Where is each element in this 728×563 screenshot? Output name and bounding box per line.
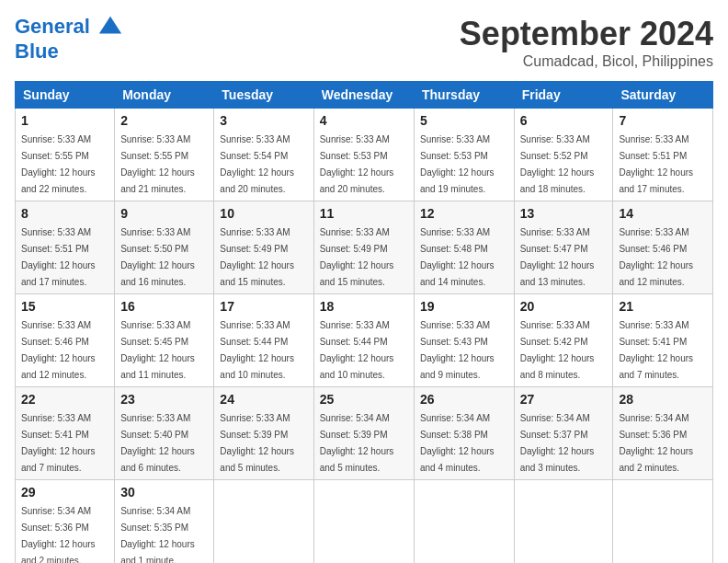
day-number: 24 <box>220 392 307 407</box>
day-detail: Sunrise: 5:33 AM Sunset: 5:43 PM Dayligh… <box>420 320 495 380</box>
day-number: 6 <box>520 113 608 128</box>
day-detail: Sunrise: 5:34 AM Sunset: 5:35 PM Dayligh… <box>120 506 195 563</box>
week-row-4: 22Sunrise: 5:33 AM Sunset: 5:41 PM Dayli… <box>16 387 713 480</box>
day-number: 22 <box>21 392 108 407</box>
calendar-cell: 18Sunrise: 5:33 AM Sunset: 5:44 PM Dayli… <box>313 294 414 387</box>
day-detail: Sunrise: 5:33 AM Sunset: 5:49 PM Dayligh… <box>220 227 294 287</box>
calendar-cell: 16Sunrise: 5:33 AM Sunset: 5:45 PM Dayli… <box>115 294 214 387</box>
day-detail: Sunrise: 5:33 AM Sunset: 5:53 PM Dayligh… <box>320 134 394 194</box>
day-number: 13 <box>520 206 608 221</box>
day-number: 19 <box>420 299 508 314</box>
logo: General Blue <box>15 15 123 63</box>
day-detail: Sunrise: 5:33 AM Sunset: 5:41 PM Dayligh… <box>21 413 96 473</box>
calendar-cell: 25Sunrise: 5:34 AM Sunset: 5:39 PM Dayli… <box>313 387 414 480</box>
day-detail: Sunrise: 5:33 AM Sunset: 5:48 PM Dayligh… <box>420 227 495 287</box>
calendar-cell <box>214 480 313 564</box>
week-row-1: 1Sunrise: 5:33 AM Sunset: 5:55 PM Daylig… <box>16 109 713 201</box>
day-detail: Sunrise: 5:33 AM Sunset: 5:41 PM Dayligh… <box>619 320 693 380</box>
day-number: 27 <box>520 392 608 407</box>
day-detail: Sunrise: 5:33 AM Sunset: 5:46 PM Dayligh… <box>21 320 96 380</box>
day-detail: Sunrise: 5:33 AM Sunset: 5:42 PM Dayligh… <box>520 320 595 380</box>
calendar-cell: 19Sunrise: 5:33 AM Sunset: 5:43 PM Dayli… <box>415 294 515 387</box>
calendar-cell: 10Sunrise: 5:33 AM Sunset: 5:49 PM Dayli… <box>214 201 313 294</box>
calendar-body: 1Sunrise: 5:33 AM Sunset: 5:55 PM Daylig… <box>16 109 713 564</box>
day-number: 28 <box>619 392 707 407</box>
day-detail: Sunrise: 5:33 AM Sunset: 5:50 PM Dayligh… <box>120 227 195 287</box>
calendar-cell: 2Sunrise: 5:33 AM Sunset: 5:55 PM Daylig… <box>115 109 214 201</box>
day-header-sunday: Sunday <box>16 82 115 109</box>
day-number: 23 <box>120 392 208 407</box>
calendar-cell: 12Sunrise: 5:33 AM Sunset: 5:48 PM Dayli… <box>415 201 515 294</box>
logo-icon <box>97 15 123 40</box>
day-number: 16 <box>120 299 208 314</box>
day-number: 4 <box>320 113 408 128</box>
week-row-2: 8Sunrise: 5:33 AM Sunset: 5:51 PM Daylig… <box>16 201 713 294</box>
calendar-cell <box>313 480 414 564</box>
logo-general: General <box>15 15 90 38</box>
day-detail: Sunrise: 5:33 AM Sunset: 5:39 PM Dayligh… <box>220 413 294 473</box>
calendar-cell: 9Sunrise: 5:33 AM Sunset: 5:50 PM Daylig… <box>115 201 214 294</box>
calendar-table: SundayMondayTuesdayWednesdayThursdayFrid… <box>15 81 713 563</box>
day-number: 1 <box>21 113 108 128</box>
calendar-cell: 28Sunrise: 5:34 AM Sunset: 5:36 PM Dayli… <box>613 387 713 480</box>
calendar-cell: 29Sunrise: 5:34 AM Sunset: 5:36 PM Dayli… <box>16 480 115 564</box>
day-detail: Sunrise: 5:33 AM Sunset: 5:45 PM Dayligh… <box>120 320 195 380</box>
calendar-cell: 15Sunrise: 5:33 AM Sunset: 5:46 PM Dayli… <box>16 294 115 387</box>
calendar-cell: 1Sunrise: 5:33 AM Sunset: 5:55 PM Daylig… <box>16 109 115 201</box>
day-detail: Sunrise: 5:33 AM Sunset: 5:55 PM Dayligh… <box>21 134 96 194</box>
day-number: 26 <box>420 392 508 407</box>
day-detail: Sunrise: 5:33 AM Sunset: 5:46 PM Dayligh… <box>619 227 693 287</box>
day-number: 20 <box>520 299 608 314</box>
calendar-cell <box>415 480 515 564</box>
calendar-cell: 5Sunrise: 5:33 AM Sunset: 5:53 PM Daylig… <box>415 109 515 201</box>
logo-blue: Blue <box>15 40 59 63</box>
day-header-wednesday: Wednesday <box>313 82 414 109</box>
day-number: 15 <box>21 299 108 314</box>
day-header-thursday: Thursday <box>415 82 515 109</box>
calendar-cell: 6Sunrise: 5:33 AM Sunset: 5:52 PM Daylig… <box>514 109 613 201</box>
calendar-cell: 3Sunrise: 5:33 AM Sunset: 5:54 PM Daylig… <box>214 109 313 201</box>
day-detail: Sunrise: 5:33 AM Sunset: 5:53 PM Dayligh… <box>420 134 495 194</box>
day-detail: Sunrise: 5:33 AM Sunset: 5:51 PM Dayligh… <box>619 134 693 194</box>
day-detail: Sunrise: 5:34 AM Sunset: 5:36 PM Dayligh… <box>21 506 96 563</box>
calendar-cell: 22Sunrise: 5:33 AM Sunset: 5:41 PM Dayli… <box>16 387 115 480</box>
day-detail: Sunrise: 5:33 AM Sunset: 5:54 PM Dayligh… <box>220 134 294 194</box>
day-number: 5 <box>420 113 508 128</box>
calendar-cell: 11Sunrise: 5:33 AM Sunset: 5:49 PM Dayli… <box>313 201 414 294</box>
day-number: 14 <box>619 206 707 221</box>
day-header-monday: Monday <box>115 82 214 109</box>
day-detail: Sunrise: 5:33 AM Sunset: 5:49 PM Dayligh… <box>320 227 394 287</box>
calendar-cell: 13Sunrise: 5:33 AM Sunset: 5:47 PM Dayli… <box>514 201 613 294</box>
day-number: 7 <box>619 113 707 128</box>
calendar-cell: 14Sunrise: 5:33 AM Sunset: 5:46 PM Dayli… <box>613 201 713 294</box>
day-number: 17 <box>220 299 307 314</box>
day-number: 12 <box>420 206 508 221</box>
day-detail: Sunrise: 5:33 AM Sunset: 5:44 PM Dayligh… <box>320 320 394 380</box>
day-header-friday: Friday <box>514 82 613 109</box>
calendar-cell <box>514 480 613 564</box>
day-number: 2 <box>120 113 208 128</box>
calendar-cell: 4Sunrise: 5:33 AM Sunset: 5:53 PM Daylig… <box>313 109 414 201</box>
month-title: September 2024 <box>460 15 713 53</box>
calendar-cell: 17Sunrise: 5:33 AM Sunset: 5:44 PM Dayli… <box>214 294 313 387</box>
day-number: 8 <box>21 206 108 221</box>
svg-marker-0 <box>99 17 121 34</box>
day-number: 11 <box>320 206 408 221</box>
day-number: 3 <box>220 113 307 128</box>
header: General Blue September 2024 Cumadcad, Bi… <box>15 15 713 70</box>
day-number: 30 <box>120 485 208 500</box>
day-number: 9 <box>120 206 208 221</box>
calendar-cell: 23Sunrise: 5:33 AM Sunset: 5:40 PM Dayli… <box>115 387 214 480</box>
day-detail: Sunrise: 5:33 AM Sunset: 5:44 PM Dayligh… <box>220 320 294 380</box>
calendar-cell: 20Sunrise: 5:33 AM Sunset: 5:42 PM Dayli… <box>514 294 613 387</box>
day-number: 25 <box>320 392 408 407</box>
day-number: 18 <box>320 299 408 314</box>
day-number: 29 <box>21 485 108 500</box>
calendar-cell: 7Sunrise: 5:33 AM Sunset: 5:51 PM Daylig… <box>613 109 713 201</box>
day-detail: Sunrise: 5:33 AM Sunset: 5:47 PM Dayligh… <box>520 227 595 287</box>
day-number: 10 <box>220 206 307 221</box>
calendar-cell: 24Sunrise: 5:33 AM Sunset: 5:39 PM Dayli… <box>214 387 313 480</box>
calendar-cell: 8Sunrise: 5:33 AM Sunset: 5:51 PM Daylig… <box>16 201 115 294</box>
day-detail: Sunrise: 5:34 AM Sunset: 5:36 PM Dayligh… <box>619 413 693 473</box>
day-detail: Sunrise: 5:34 AM Sunset: 5:39 PM Dayligh… <box>320 413 394 473</box>
